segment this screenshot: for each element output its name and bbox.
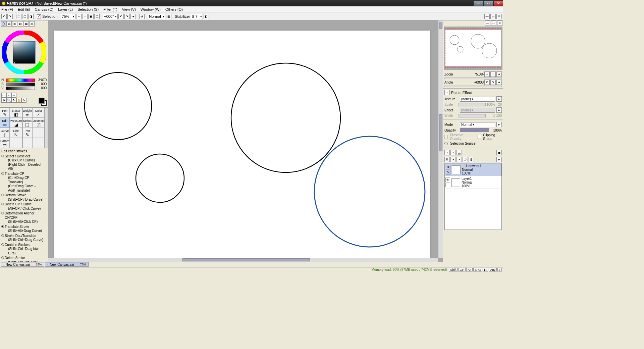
show-selection-button[interactable]: ◨ — [28, 14, 34, 19]
panel-close-button[interactable]: ✕ — [497, 20, 502, 26]
brush-color[interactable]: Color∕ — [32, 108, 45, 118]
brush-pen[interactable]: Pen✎ — [0, 108, 10, 118]
primary-color-swatch[interactable] — [39, 98, 45, 104]
subwindow-max-button[interactable]: ▭ — [490, 14, 496, 19]
rotate-reset-button[interactable]: ● — [130, 14, 136, 19]
brush-pen[interactable]: Pen✎ — [22, 128, 33, 138]
zoom-out-button[interactable]: − — [76, 14, 82, 19]
menu-edit[interactable]: Edit (E) — [18, 7, 30, 11]
rotation-dropdown[interactable]: +000° — [103, 14, 118, 19]
deselect-button[interactable]: ⬚ — [16, 14, 21, 19]
help-option[interactable]: Deform Stroke(Shift+CP / Drag Curve) — [1, 193, 47, 202]
lasso-tool[interactable]: 𝘓 — [6, 93, 11, 98]
brush-deselect[interactable]: Deselect⬚̸ — [32, 118, 45, 128]
undo-button[interactable]: ↶ — [1, 14, 7, 19]
color-wheel-tab[interactable]: ◯ — [1, 21, 6, 27]
nav-angle-reset[interactable]: ● — [496, 80, 502, 85]
effect-dropdown[interactable]: (none) — [460, 108, 495, 113]
menu-file[interactable]: File (F) — [1, 7, 13, 11]
merge-down-button[interactable]: ▾ — [450, 157, 456, 162]
scale-slider[interactable] — [459, 103, 486, 106]
nav-zoom-slider[interactable] — [444, 78, 502, 79]
selection-source-radio[interactable] — [444, 142, 448, 145]
canvas-viewport[interactable] — [48, 20, 443, 262]
layer-item[interactable]: 👁✎⚡Linework1Normal100% — [445, 163, 501, 176]
menu-filter[interactable]: Filter (T) — [103, 7, 117, 11]
brush-param[interactable]: Param▭ — [0, 138, 10, 148]
texture-dropdown[interactable]: (none) — [460, 97, 495, 102]
flatten-button[interactable]: ▪ — [457, 157, 462, 162]
help-option[interactable]: Delete Stroke(Shift+Ctrl+Alt+Click Strok… — [1, 256, 47, 262]
visibility-icon[interactable]: 👁 — [446, 165, 450, 169]
help-option[interactable]: Deformation Anchor ON/OFF(Shift+Alt+Clic… — [1, 211, 47, 224]
clipping-group-checkbox[interactable] — [478, 135, 481, 139]
zoom-in-button[interactable]: + — [82, 14, 88, 19]
menu-window[interactable]: Window (W) — [141, 7, 161, 11]
zoom-reset-button[interactable]: ▣ — [88, 14, 94, 19]
color-mixer-tab[interactable]: ◐ — [18, 21, 23, 27]
menu-view[interactable]: View (V) — [122, 7, 136, 11]
zoom-fit-button[interactable]: ▢ — [94, 14, 100, 19]
invert-selection-button[interactable]: ◫ — [22, 14, 28, 19]
canvas[interactable] — [54, 31, 430, 259]
brush-select[interactable]: Select⬚ — [22, 118, 33, 128]
color-wheel[interactable] — [0, 27, 48, 78]
material-button[interactable]: ▦ — [166, 14, 171, 19]
minimize-button[interactable]: — — [474, 1, 483, 6]
width-slider[interactable] — [459, 114, 486, 117]
eyedropper-tool[interactable]: ✎ — [21, 98, 26, 103]
help-option[interactable]: Delete CP / Curve(Alt+CP / Click Curve) — [1, 202, 47, 211]
new-layer-button[interactable]: ▫ — [444, 150, 450, 155]
subwindow-min-button[interactable]: — — [484, 14, 490, 19]
flip-horizontal-button[interactable]: ⇄ — [139, 14, 145, 19]
new-folder-button[interactable]: ▂ — [457, 150, 462, 155]
lock-icon[interactable] — [445, 183, 450, 187]
color-swatches-tab[interactable]: ▦ — [23, 21, 29, 27]
brush-line[interactable]: LineN — [10, 128, 22, 138]
help-option[interactable]: Select / Deselect(Click CP / Curve)(Righ… — [1, 154, 47, 171]
brush-weight[interactable]: Weight≡ — [22, 108, 33, 118]
color-hsv-tab[interactable]: ▥ — [12, 21, 17, 27]
panel-max-button[interactable]: ▭ — [491, 20, 496, 26]
lock-icon[interactable]: ✎ — [446, 170, 450, 174]
panel-min-button[interactable]: — — [485, 20, 490, 26]
mode-options[interactable]: ▸ — [496, 122, 502, 127]
rotate-ccw-button[interactable]: ↶ — [118, 14, 124, 19]
layer-menu-button[interactable]: ▸ — [496, 157, 502, 162]
preserve-opacity-checkbox[interactable] — [444, 135, 448, 139]
help-option[interactable]: Stroke Dup/Translate(Shift+Ctrl+Drag Cur… — [1, 234, 47, 242]
rotate-tool[interactable]: ↻ — [11, 98, 16, 103]
rect-select-tool[interactable]: ▭ — [1, 93, 6, 98]
color-rgb-tab[interactable]: ▤ — [6, 21, 12, 27]
nav-zoom-reset[interactable]: ● — [496, 71, 502, 77]
texture-options[interactable]: ▸ — [496, 96, 502, 102]
nav-zoom-out[interactable]: − — [484, 71, 490, 77]
brush-eraser[interactable]: Eraser◧ — [10, 108, 22, 118]
opacity-slider[interactable] — [460, 128, 489, 132]
color-scratchpad-tab[interactable]: ▧ — [29, 21, 35, 27]
magic-wand-tool[interactable]: ✦ — [11, 93, 16, 98]
help-option[interactable]: Conbine Strokes(Shift+Ctrl+Drag btw CPs) — [1, 243, 47, 256]
horizontal-scrollbar[interactable] — [48, 258, 438, 262]
menu-canvas[interactable]: Canvas (C) — [35, 7, 54, 11]
sat-slider[interactable] — [6, 83, 35, 86]
layer-mask-button[interactable]: ▣ — [496, 150, 502, 155]
hue-slider[interactable] — [6, 79, 35, 82]
move-tool[interactable]: ✥ — [1, 98, 6, 103]
doc-tab-0[interactable]: ▫ New Canvas.sai 25% — [1, 262, 44, 267]
rotate-cw-button[interactable]: ↷ — [124, 14, 130, 19]
menu-selection[interactable]: Selection (S) — [77, 7, 99, 11]
vertical-scrollbar[interactable] — [438, 20, 443, 258]
doc-tab-1[interactable]: ▫ New Canvas.sai 75% — [45, 262, 89, 267]
menu-others[interactable]: Others (O) — [165, 7, 183, 11]
stabilizer-settings-button[interactable]: ◧ — [204, 14, 209, 19]
hand-tool[interactable]: ✋ — [16, 98, 21, 103]
zoom-dropdown[interactable]: 75% — [61, 14, 75, 19]
blend-mode-dropdown[interactable]: Normal — [148, 14, 165, 19]
maximize-button[interactable]: ▭ — [484, 1, 493, 6]
help-option[interactable]: Translate Stroke(Shift+Alt+Drag Curve) — [1, 225, 47, 233]
brush-curve[interactable]: Curve∫ — [0, 128, 10, 138]
brush-edit[interactable]: Edit▭ — [0, 118, 10, 128]
stabilizer-dropdown[interactable]: S-7 — [191, 14, 203, 19]
visibility-icon[interactable]: 👁 — [445, 178, 450, 182]
